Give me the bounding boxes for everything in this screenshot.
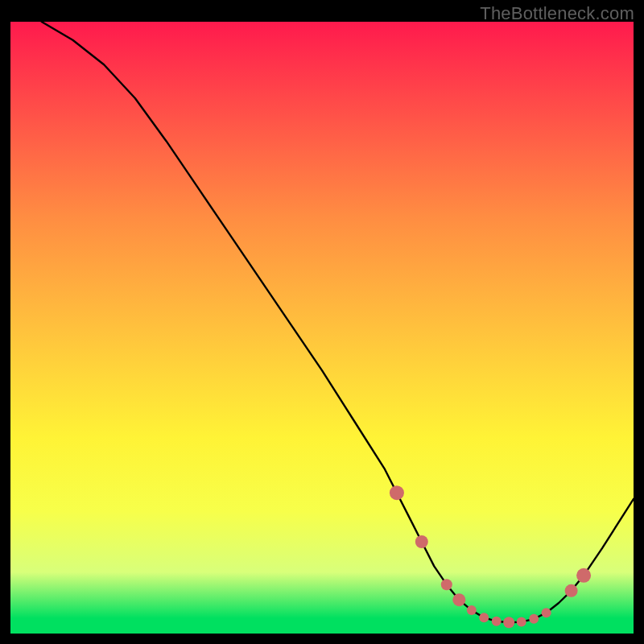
chart-svg [10, 22, 634, 634]
highlight-marker [503, 617, 514, 628]
highlight-marker [492, 617, 502, 626]
highlight-marker [529, 614, 539, 624]
highlight-marker [565, 584, 578, 597]
highlight-marker [542, 608, 551, 617]
highlight-marker [390, 485, 404, 500]
highlight-marker [441, 579, 452, 590]
highlight-marker [415, 535, 428, 548]
highlight-marker [479, 613, 489, 622]
highlight-marker [576, 568, 591, 583]
highlight-marker-group [390, 485, 591, 628]
highlight-marker [452, 593, 465, 606]
bottleneck-curve [42, 22, 634, 622]
highlight-marker [517, 617, 526, 627]
highlight-marker [467, 605, 477, 615]
chart-area [10, 22, 634, 634]
